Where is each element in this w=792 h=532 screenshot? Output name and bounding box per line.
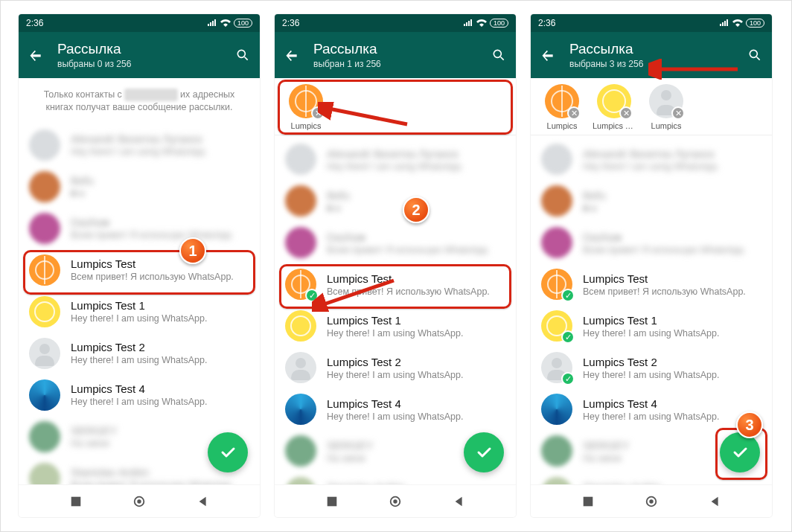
check-icon	[219, 443, 237, 461]
header-subtitle: выбраны 3 из 256	[569, 59, 747, 69]
contact-list[interactable]: Alexandr Визитка ЛуганскHey there! I am …	[19, 121, 260, 484]
contact-row[interactable]: Lumpics Test 1Hey there! I am using What…	[275, 305, 516, 347]
nav-recent-icon[interactable]	[325, 495, 339, 508]
avatar-placeholder-icon	[285, 352, 316, 383]
contact-row-lumpics-test[interactable]: Lumpics TestВсем привет! Я использую Wha…	[19, 249, 260, 291]
contact-row[interactable]: Befu■ ●	[531, 180, 772, 222]
contact-row[interactable]: Alexandr Визитка ЛуганскHey there! I am …	[275, 138, 516, 180]
nav-recent-icon[interactable]	[581, 495, 595, 508]
avatar-orange-icon	[29, 254, 60, 286]
nav-recent-icon[interactable]	[69, 495, 83, 508]
header-subtitle: выбраны 0 из 256	[57, 59, 234, 69]
contact-row[interactable]: Alexandr Визитка ЛуганскHey there! I am …	[19, 124, 260, 166]
selected-check-icon: ✓	[305, 289, 319, 302]
confirm-fab[interactable]	[464, 432, 504, 472]
svg-rect-1	[71, 496, 80, 506]
avatar-lemon-icon	[285, 310, 316, 342]
contact-row[interactable]: Dasha●Всем привет! Я использую WhatsApp.	[19, 208, 260, 249]
svg-point-13	[649, 499, 653, 503]
contact-row[interactable]: ✓Lumpics TestВсем привет! Я использую Wh…	[531, 263, 772, 305]
search-icon[interactable]	[747, 47, 763, 63]
svg-rect-11	[583, 496, 593, 506]
statusbar: 2:36 100	[19, 14, 260, 32]
nav-back-icon[interactable]	[709, 495, 722, 508]
avatar-lemon-icon	[29, 296, 60, 327]
android-navbar	[275, 484, 516, 517]
chip-lumpics-te[interactable]: ✕ Lumpics Te…	[593, 84, 635, 130]
avatar-blue-icon	[29, 379, 60, 411]
back-icon[interactable]	[284, 47, 300, 63]
status-time: 2:36	[26, 18, 43, 28]
chip-lumpics[interactable]: ✕ Lumpics	[541, 84, 583, 130]
selected-chips: ✕ Lumpics	[275, 78, 516, 135]
back-icon[interactable]	[28, 47, 44, 63]
header-title: Рассылка	[313, 41, 491, 57]
contact-row[interactable]: Stanislav AnikinВсем привет! Я использую…	[275, 472, 516, 484]
android-navbar	[19, 484, 260, 517]
statusbar: 2:36 100	[531, 14, 772, 32]
phone-screen-3: 2:36 100 Рассылка выбраны 3 из 256 ✕ Lum…	[531, 14, 772, 517]
header-title: Рассылка	[57, 41, 234, 57]
app-header: Рассылка выбраны 3 из 256	[531, 32, 772, 78]
chip-remove-icon[interactable]: ✕	[619, 106, 633, 120]
status-icons: 100	[719, 19, 764, 28]
contact-row[interactable]: Dasha●Всем привет! Я использую WhatsApp.	[275, 222, 516, 263]
status-time: 2:36	[282, 18, 299, 28]
svg-point-7	[393, 499, 397, 503]
contact-row[interactable]: ✓Lumpics Test 1Hey there! I am using Wha…	[531, 305, 772, 347]
contact-row[interactable]: Lumpics Test 2Hey there! I am using What…	[19, 333, 260, 374]
nav-home-icon[interactable]	[132, 495, 146, 508]
selected-check-icon: ✓	[561, 289, 575, 302]
statusbar: 2:36 100	[275, 14, 516, 32]
contact-row[interactable]: Dasha●Всем привет! Я использую WhatsApp.	[531, 222, 772, 263]
step-badge-2: 2	[403, 196, 429, 223]
nav-back-icon[interactable]	[453, 495, 466, 508]
nav-home-icon[interactable]	[645, 495, 658, 508]
nav-back-icon[interactable]	[197, 495, 210, 508]
broadcast-info-text: Только контакты с xxxxx их адресных книг…	[19, 78, 260, 121]
back-icon[interactable]	[540, 47, 556, 63]
selected-chips: ✕ Lumpics ✕ Lumpics Te… ✕ Lumpics	[531, 78, 772, 135]
svg-point-3	[137, 499, 141, 503]
app-header: Рассылка выбран 1 из 256	[275, 32, 516, 78]
svg-point-4	[494, 50, 501, 57]
header-subtitle: выбран 1 из 256	[313, 59, 491, 69]
status-time: 2:36	[538, 18, 555, 28]
contact-row[interactable]: Stanislav AnikinВсем привет! Я использую…	[531, 472, 772, 484]
step-badge-3: 3	[736, 411, 763, 438]
check-icon	[731, 443, 749, 461]
contact-row[interactable]: Lumpics Test 2Hey there! I am using What…	[275, 347, 516, 388]
confirm-fab[interactable]	[720, 432, 760, 472]
chip-lumpics-3[interactable]: ✕ Lumpics	[645, 84, 687, 130]
chip-lumpics[interactable]: ✕ Lumpics	[285, 84, 327, 130]
phone-screen-1: 2:36 100 Рассылка выбраны 0 из 256 Тольк…	[19, 14, 260, 517]
contact-row[interactable]: ✓Lumpics Test 2Hey there! I am using Wha…	[531, 347, 772, 388]
nav-home-icon[interactable]	[389, 495, 402, 508]
chip-remove-icon[interactable]: ✕	[567, 106, 581, 120]
selected-check-icon: ✓	[561, 372, 575, 385]
status-icons: 100	[463, 19, 508, 28]
selected-check-icon: ✓	[561, 330, 575, 344]
contact-row[interactable]: Lumpics Test 4Hey there! I am using What…	[275, 388, 516, 430]
header-title: Рассылка	[569, 41, 747, 57]
contact-row[interactable]: Befu■ ●	[19, 166, 260, 208]
confirm-fab[interactable]	[208, 432, 248, 472]
contact-row[interactable]: Befu■ ●	[275, 180, 516, 222]
avatar-orange-icon: ✕	[289, 84, 323, 118]
contact-row[interactable]: Alexandr Визитка ЛуганскHey there! I am …	[531, 138, 772, 180]
contact-row[interactable]: Lumpics Test 4Hey there! I am using What…	[19, 374, 260, 416]
svg-point-10	[750, 50, 757, 57]
contact-row[interactable]: Lumpics Test 1Hey there! I am using What…	[19, 291, 260, 333]
app-header: Рассылка выбраны 0 из 256	[19, 32, 260, 78]
search-icon[interactable]	[491, 47, 507, 63]
step-badge-1: 1	[179, 237, 206, 264]
check-icon	[475, 443, 493, 461]
search-icon[interactable]	[234, 47, 251, 63]
chip-remove-icon[interactable]: ✕	[671, 106, 685, 120]
svg-point-0	[237, 50, 245, 57]
contact-row-lumpics-test[interactable]: ✓Lumpics TestВсем привет! Я использую Wh…	[275, 263, 516, 305]
status-icons: 100	[207, 19, 252, 28]
avatar-blue-icon	[285, 394, 316, 425]
avatar-placeholder-icon	[29, 338, 60, 369]
chip-remove-icon[interactable]: ✕	[311, 106, 325, 120]
